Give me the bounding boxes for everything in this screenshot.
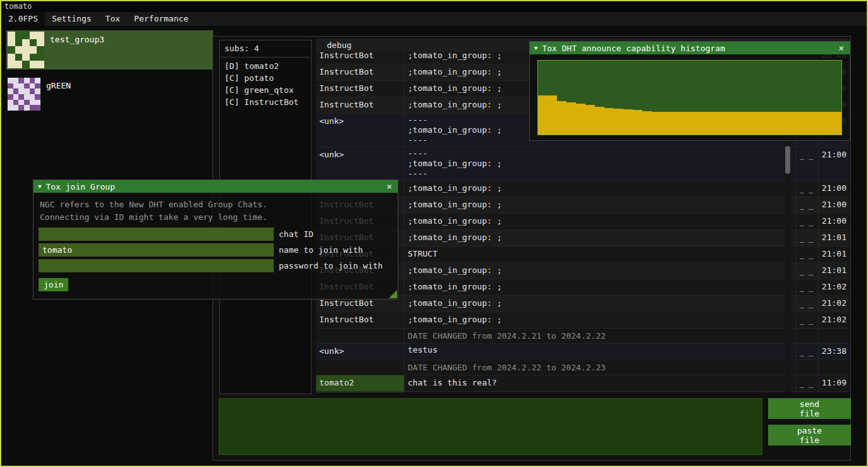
message-author: tomato2 <box>316 392 405 392</box>
histogram-bar <box>699 112 709 135</box>
group-avatar <box>8 78 40 111</box>
join-info-line: NGC refers to the New DHT enabled Group … <box>40 198 391 211</box>
message-text: testus <box>405 344 796 360</box>
histogram-bar <box>804 112 813 135</box>
message-author: <unk> <box>316 344 405 360</box>
histogram-bar <box>832 112 841 135</box>
message-status: _ _ <box>796 197 818 213</box>
window-title: tomato <box>4 2 32 11</box>
date-divider[interactable]: DATE CHANGED from 2024.2.21 to 2024.2.22 <box>316 329 850 344</box>
message-author <box>316 360 405 375</box>
message-author: <unk> <box>316 147 405 180</box>
histogram-bar <box>747 112 756 135</box>
group-name: test_group3 <box>50 35 104 68</box>
histogram-bar <box>680 112 690 135</box>
message-time: 21:01 <box>818 246 850 262</box>
collapse-arrow-icon[interactable]: ▼ <box>38 183 41 190</box>
message-text: ;tomato_in_group: ; <box>405 197 796 213</box>
message-status: _ _ <box>796 312 818 328</box>
message-time <box>818 360 850 375</box>
sidebar-group-gREEN[interactable]: gREEN <box>6 76 213 112</box>
menu-item-settings[interactable]: Settings <box>45 12 99 26</box>
member-item[interactable]: [D] tomato2 <box>220 60 311 72</box>
join-group-titlebar[interactable]: ▼ Tox join Group × <box>34 180 398 193</box>
group-name: gREEN <box>46 81 71 111</box>
message-status: _ _ <box>796 246 818 262</box>
field-label: name to join with <box>279 245 363 255</box>
dht-histogram-titlebar[interactable]: ▼ Tox DHT announce capability histogram … <box>530 42 850 54</box>
message-text: ----;tomato_in_group: ;---- <box>405 147 796 180</box>
message-row[interactable]: tomato2bot, are you new here?_ _11:14 <box>316 392 850 392</box>
message-text: ;tomato_in_group: ; <box>405 263 796 279</box>
histogram-bar <box>690 112 699 135</box>
dht-histogram-title: Tox DHT announce capability histogram <box>542 44 837 53</box>
histogram-bar <box>813 112 822 135</box>
join-info-line: Connecting via ID might take a very long… <box>40 211 391 224</box>
group-sidebar: test_group3gREEN <box>6 30 213 119</box>
message-row[interactable]: <unk>testus_ _23:38 <box>316 344 850 360</box>
message-row[interactable]: InstructBot;tomato_in_group: ;_ _21:02 <box>316 312 850 329</box>
message-status: _ _ <box>796 279 818 295</box>
menu-item-performance[interactable]: Performance <box>127 12 195 26</box>
message-time: 21:00 <box>818 214 850 229</box>
message-row[interactable]: tomato2chat is this real?_ _11:09 <box>316 375 850 392</box>
histogram-bar <box>661 112 671 135</box>
histogram-bar <box>766 112 775 135</box>
close-icon[interactable]: × <box>838 44 845 52</box>
join-button[interactable]: join <box>39 278 68 291</box>
histogram-bar <box>822 112 832 135</box>
message-author: InstructBot <box>316 97 405 113</box>
message-input[interactable] <box>219 398 762 455</box>
collapse-arrow-icon[interactable]: ▼ <box>534 45 537 51</box>
message-row[interactable]: <unk>----;tomato_in_group: ;----_ _21:00 <box>316 147 850 181</box>
message-status: _ _ <box>796 181 818 197</box>
message-author <box>316 329 405 343</box>
histogram-bar <box>576 104 585 135</box>
close-icon[interactable]: × <box>386 182 393 191</box>
histogram-bar <box>794 112 804 135</box>
message-time: 21:00 <box>818 197 850 213</box>
histogram-bar <box>633 110 642 135</box>
message-status: _ _ <box>796 375 818 391</box>
message-time: 21:00 <box>818 147 850 180</box>
histogram-bar <box>671 112 680 135</box>
message-status: _ _ <box>796 344 818 360</box>
message-time: 21:00 <box>818 181 850 197</box>
password-to-join-with-input[interactable] <box>39 259 274 272</box>
chat-ID-input[interactable] <box>39 227 274 241</box>
join-group-info: NGC refers to the New DHT enabled Group … <box>34 193 398 225</box>
send-file-button[interactable]: send file <box>768 398 851 419</box>
member-item[interactable]: [C] InstructBot <box>220 96 311 108</box>
message-time: 21:02 <box>818 296 850 312</box>
name-to-join-with-input[interactable] <box>39 243 274 257</box>
histogram-bar <box>547 95 557 135</box>
field-label: password to join with <box>279 261 382 270</box>
message-status: _ _ <box>796 296 818 312</box>
message-author: InstructBot <box>316 64 405 80</box>
message-text: ;tomato_in_group: ; <box>405 181 796 197</box>
message-time: 11:09 <box>818 375 850 391</box>
chat-scrollbar-thumb[interactable] <box>785 146 790 174</box>
histogram-bar <box>709 112 718 135</box>
histogram-bar <box>623 109 633 135</box>
message-status: _ _ <box>796 147 818 180</box>
member-list: [D] tomato2[C] potato[C] green_qtox[C] I… <box>220 60 311 108</box>
member-item[interactable]: [C] potato <box>220 72 311 84</box>
message-author: <unk> <box>316 114 405 147</box>
join-group-window: ▼ Tox join Group × NGC refers to the New… <box>33 179 398 300</box>
histogram-bar <box>557 101 566 135</box>
sidebar-group-test_group3[interactable]: test_group3 <box>6 30 213 70</box>
date-divider[interactable]: DATE CHANGED from 2024.2.22 to 2024.2.23 <box>316 360 850 375</box>
join-field-row: chat ID <box>39 227 393 241</box>
resize-grip[interactable] <box>389 290 397 298</box>
menu-item-tox[interactable]: Tox <box>99 12 127 26</box>
member-item[interactable]: [C] green_qtox <box>220 84 311 96</box>
message-text: DATE CHANGED from 2024.2.22 to 2024.2.23 <box>405 360 796 375</box>
message-time: 21:02 <box>818 312 850 328</box>
histogram-bar <box>585 105 595 135</box>
histogram-bar <box>756 112 766 135</box>
paste-file-button[interactable]: paste file <box>768 425 851 446</box>
message-text: STRUCT <box>405 246 796 262</box>
subs-count: subs: 4 <box>220 40 311 56</box>
window-titlebar[interactable]: tomato <box>1 1 867 12</box>
